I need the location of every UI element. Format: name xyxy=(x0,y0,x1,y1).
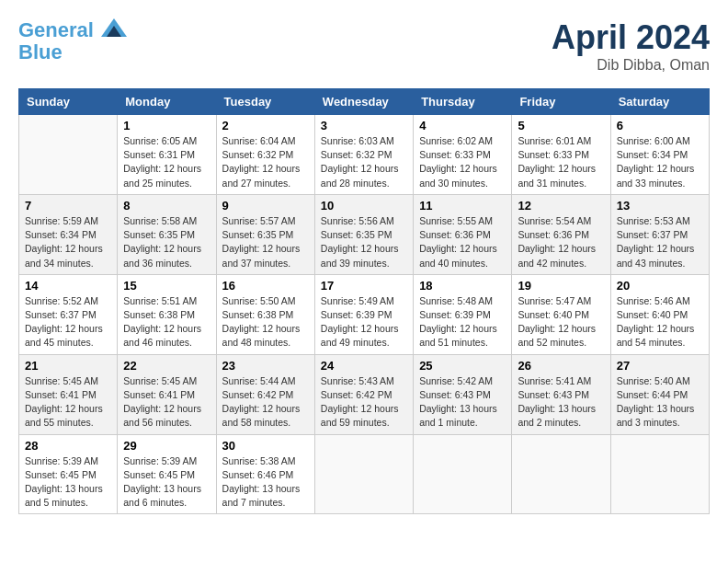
calendar-header-row: SundayMondayTuesdayWednesdayThursdayFrid… xyxy=(19,89,710,115)
calendar-cell: 8Sunrise: 5:58 AMSunset: 6:35 PMDaylight… xyxy=(118,194,216,274)
day-info: Sunrise: 5:59 AMSunset: 6:34 PMDaylight:… xyxy=(25,214,111,270)
calendar-cell: 25Sunrise: 5:42 AMSunset: 6:43 PMDayligh… xyxy=(414,354,512,434)
col-header-sunday: Sunday xyxy=(19,89,118,115)
day-number: 16 xyxy=(222,279,309,293)
calendar-cell: 13Sunrise: 5:53 AMSunset: 6:37 PMDayligh… xyxy=(610,194,709,274)
day-info: Sunrise: 5:42 AMSunset: 6:43 PMDaylight:… xyxy=(419,374,506,431)
day-number: 8 xyxy=(123,199,210,213)
day-number: 12 xyxy=(518,199,604,213)
calendar-cell: 3Sunrise: 6:03 AMSunset: 6:32 PMDaylight… xyxy=(314,115,413,195)
calendar-cell: 5Sunrise: 6:01 AMSunset: 6:33 PMDaylight… xyxy=(512,115,610,195)
calendar-cell xyxy=(512,434,610,514)
calendar-week-row: 1Sunrise: 6:05 AMSunset: 6:31 PMDaylight… xyxy=(19,115,710,195)
calendar-cell: 28Sunrise: 5:39 AMSunset: 6:45 PMDayligh… xyxy=(19,434,118,514)
title-block: April 2024 Dib Dibba, Oman xyxy=(552,18,710,74)
calendar-cell: 1Sunrise: 6:05 AMSunset: 6:31 PMDaylight… xyxy=(118,115,216,195)
col-header-wednesday: Wednesday xyxy=(314,89,413,115)
day-number: 29 xyxy=(123,439,210,453)
calendar-cell: 18Sunrise: 5:48 AMSunset: 6:39 PMDayligh… xyxy=(414,274,512,354)
day-number: 3 xyxy=(321,119,407,132)
logo-text: General xyxy=(18,18,127,41)
day-info: Sunrise: 5:58 AMSunset: 6:35 PMDaylight:… xyxy=(123,214,210,270)
day-number: 18 xyxy=(419,279,506,293)
calendar-cell: 10Sunrise: 5:56 AMSunset: 6:35 PMDayligh… xyxy=(314,194,413,274)
calendar-cell xyxy=(610,434,709,514)
calendar-cell: 27Sunrise: 5:40 AMSunset: 6:44 PMDayligh… xyxy=(610,354,709,434)
day-number: 25 xyxy=(419,359,506,373)
day-number: 10 xyxy=(321,199,407,213)
day-info: Sunrise: 5:57 AMSunset: 6:35 PMDaylight:… xyxy=(222,214,309,270)
day-number: 19 xyxy=(518,279,604,293)
day-info: Sunrise: 5:46 AMSunset: 6:40 PMDaylight:… xyxy=(617,294,703,350)
day-number: 13 xyxy=(617,199,703,213)
calendar-table: SundayMondayTuesdayWednesdayThursdayFrid… xyxy=(18,88,710,514)
day-info: Sunrise: 6:02 AMSunset: 6:33 PMDaylight:… xyxy=(419,134,506,190)
day-info: Sunrise: 5:38 AMSunset: 6:46 PMDaylight:… xyxy=(222,454,309,511)
day-info: Sunrise: 5:50 AMSunset: 6:38 PMDaylight:… xyxy=(222,294,309,350)
calendar-cell: 4Sunrise: 6:02 AMSunset: 6:33 PMDaylight… xyxy=(414,115,512,195)
calendar-week-row: 7Sunrise: 5:59 AMSunset: 6:34 PMDaylight… xyxy=(19,194,710,274)
month-title: April 2024 xyxy=(552,18,710,57)
day-info: Sunrise: 5:48 AMSunset: 6:39 PMDaylight:… xyxy=(419,294,506,350)
day-number: 24 xyxy=(321,359,407,373)
day-number: 26 xyxy=(518,359,604,373)
day-number: 15 xyxy=(123,279,210,293)
calendar-week-row: 28Sunrise: 5:39 AMSunset: 6:45 PMDayligh… xyxy=(19,434,710,514)
day-number: 9 xyxy=(222,199,309,213)
day-number: 27 xyxy=(617,359,703,373)
calendar-cell: 9Sunrise: 5:57 AMSunset: 6:35 PMDaylight… xyxy=(216,194,314,274)
day-number: 6 xyxy=(617,119,703,132)
day-info: Sunrise: 5:56 AMSunset: 6:35 PMDaylight:… xyxy=(321,214,407,270)
day-number: 23 xyxy=(222,359,309,373)
page-header: General Blue April 2024 Dib Dibba, Oman xyxy=(18,18,710,74)
day-info: Sunrise: 6:03 AMSunset: 6:32 PMDaylight:… xyxy=(321,134,407,190)
day-number: 22 xyxy=(123,359,210,373)
logo-icon xyxy=(101,18,127,37)
day-info: Sunrise: 5:47 AMSunset: 6:40 PMDaylight:… xyxy=(518,294,604,350)
day-info: Sunrise: 5:51 AMSunset: 6:38 PMDaylight:… xyxy=(123,294,210,350)
calendar-cell: 17Sunrise: 5:49 AMSunset: 6:39 PMDayligh… xyxy=(314,274,413,354)
col-header-saturday: Saturday xyxy=(610,89,709,115)
day-info: Sunrise: 6:00 AMSunset: 6:34 PMDaylight:… xyxy=(617,134,703,190)
calendar-week-row: 14Sunrise: 5:52 AMSunset: 6:37 PMDayligh… xyxy=(19,274,710,354)
day-info: Sunrise: 6:05 AMSunset: 6:31 PMDaylight:… xyxy=(123,134,210,190)
col-header-monday: Monday xyxy=(118,89,216,115)
day-number: 28 xyxy=(25,439,111,453)
day-number: 11 xyxy=(419,199,506,213)
day-info: Sunrise: 5:40 AMSunset: 6:44 PMDaylight:… xyxy=(617,374,703,431)
calendar-cell: 22Sunrise: 5:45 AMSunset: 6:41 PMDayligh… xyxy=(118,354,216,434)
calendar-cell: 16Sunrise: 5:50 AMSunset: 6:38 PMDayligh… xyxy=(216,274,314,354)
logo: General Blue xyxy=(18,18,127,63)
day-info: Sunrise: 5:41 AMSunset: 6:43 PMDaylight:… xyxy=(518,374,604,431)
day-number: 4 xyxy=(419,119,506,132)
calendar-cell: 20Sunrise: 5:46 AMSunset: 6:40 PMDayligh… xyxy=(610,274,709,354)
day-number: 21 xyxy=(25,359,111,373)
calendar-cell xyxy=(414,434,512,514)
day-info: Sunrise: 5:43 AMSunset: 6:42 PMDaylight:… xyxy=(321,374,407,431)
day-info: Sunrise: 5:53 AMSunset: 6:37 PMDaylight:… xyxy=(617,214,703,270)
day-number: 30 xyxy=(222,439,309,453)
calendar-cell: 26Sunrise: 5:41 AMSunset: 6:43 PMDayligh… xyxy=(512,354,610,434)
logo-blue-text: Blue xyxy=(18,41,127,63)
day-info: Sunrise: 5:45 AMSunset: 6:41 PMDaylight:… xyxy=(25,374,111,431)
calendar-cell: 6Sunrise: 6:00 AMSunset: 6:34 PMDaylight… xyxy=(610,115,709,195)
calendar-cell: 2Sunrise: 6:04 AMSunset: 6:32 PMDaylight… xyxy=(216,115,314,195)
day-info: Sunrise: 5:44 AMSunset: 6:42 PMDaylight:… xyxy=(222,374,309,431)
calendar-cell: 23Sunrise: 5:44 AMSunset: 6:42 PMDayligh… xyxy=(216,354,314,434)
day-number: 5 xyxy=(518,119,604,132)
location: Dib Dibba, Oman xyxy=(552,57,710,74)
calendar-cell xyxy=(19,115,118,195)
day-number: 20 xyxy=(617,279,703,293)
day-info: Sunrise: 5:39 AMSunset: 6:45 PMDaylight:… xyxy=(25,454,111,511)
calendar-cell: 11Sunrise: 5:55 AMSunset: 6:36 PMDayligh… xyxy=(414,194,512,274)
calendar-cell: 14Sunrise: 5:52 AMSunset: 6:37 PMDayligh… xyxy=(19,274,118,354)
calendar-cell xyxy=(314,434,413,514)
day-info: Sunrise: 5:39 AMSunset: 6:45 PMDaylight:… xyxy=(123,454,210,511)
calendar-cell: 7Sunrise: 5:59 AMSunset: 6:34 PMDaylight… xyxy=(19,194,118,274)
day-info: Sunrise: 5:55 AMSunset: 6:36 PMDaylight:… xyxy=(419,214,506,270)
day-info: Sunrise: 5:45 AMSunset: 6:41 PMDaylight:… xyxy=(123,374,210,431)
calendar-cell: 15Sunrise: 5:51 AMSunset: 6:38 PMDayligh… xyxy=(118,274,216,354)
calendar-cell: 12Sunrise: 5:54 AMSunset: 6:36 PMDayligh… xyxy=(512,194,610,274)
calendar-cell: 24Sunrise: 5:43 AMSunset: 6:42 PMDayligh… xyxy=(314,354,413,434)
day-number: 14 xyxy=(25,279,111,293)
